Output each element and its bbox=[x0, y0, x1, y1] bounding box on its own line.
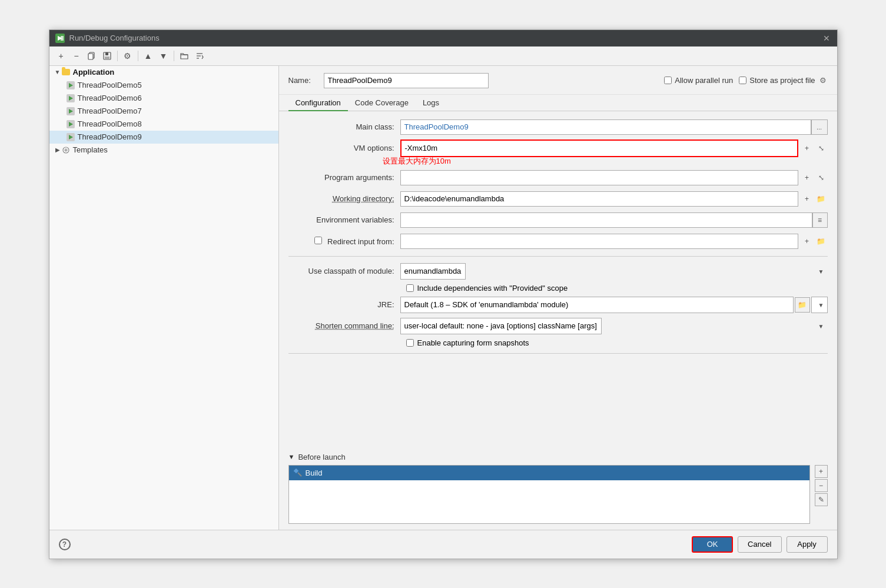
main-content: ▼ Application ThreadPoolDemo5 bbox=[49, 66, 837, 530]
remove-config-button[interactable]: − bbox=[69, 49, 84, 63]
run-config-icon bbox=[66, 119, 75, 129]
jre-input[interactable] bbox=[400, 297, 794, 313]
allow-parallel-label: Allow parallel run bbox=[675, 76, 733, 85]
launch-item-build[interactable]: Build bbox=[289, 466, 809, 480]
config-form: Main class: ... VM options: 设置最大内存为10m +… bbox=[279, 111, 837, 453]
working-dir-input[interactable] bbox=[400, 191, 798, 207]
redirect-actions: + 📁 bbox=[801, 235, 828, 248]
enable-snapshots-checkbox[interactable] bbox=[406, 339, 414, 347]
tree-item-demo9[interactable]: ThreadPoolDemo9 bbox=[49, 131, 278, 144]
vm-add-button[interactable]: + bbox=[801, 142, 814, 155]
help-button[interactable]: ? bbox=[59, 539, 71, 550]
shorten-cmd-select[interactable]: user-local default: none - java [options… bbox=[400, 318, 602, 334]
divider1 bbox=[288, 256, 828, 257]
jre-row: JRE: 📁 bbox=[288, 296, 828, 314]
jre-dropdown[interactable] bbox=[811, 297, 828, 313]
main-class-browse-button[interactable]: ... bbox=[811, 119, 828, 135]
app-icon bbox=[55, 34, 65, 43]
launch-side-buttons: + − ✎ bbox=[815, 465, 828, 524]
tab-code-coverage[interactable]: Code Coverage bbox=[348, 95, 416, 111]
before-launch-label: Before launch bbox=[298, 453, 345, 461]
move-down-button[interactable]: ▼ bbox=[157, 49, 171, 63]
svg-line-24 bbox=[298, 473, 301, 476]
move-up-button[interactable]: ▲ bbox=[141, 49, 155, 63]
before-launch-list: Build bbox=[288, 465, 810, 524]
run-config-icon bbox=[66, 94, 75, 103]
tree-item-demo7[interactable]: ThreadPoolDemo7 bbox=[49, 105, 278, 118]
env-vars-edit-button[interactable]: ≡ bbox=[812, 212, 828, 228]
templates-arrow: ▶ bbox=[54, 147, 61, 153]
redirect-checkbox[interactable] bbox=[314, 237, 322, 244]
application-arrow: ▼ bbox=[54, 69, 61, 75]
cancel-button[interactable]: Cancel bbox=[738, 536, 781, 553]
title-bar: Run/Debug Configurations ✕ bbox=[49, 30, 837, 46]
vm-options-actions: + ⤡ bbox=[801, 142, 828, 155]
before-launch-header: ▼ Before launch bbox=[288, 453, 828, 461]
main-class-row: Main class: ... bbox=[288, 118, 828, 136]
tabs-row: Configuration Code Coverage Logs bbox=[279, 95, 837, 111]
tree-templates-group[interactable]: ▶ Templates bbox=[49, 144, 278, 157]
copy-config-button[interactable] bbox=[85, 49, 99, 63]
redirect-input[interactable] bbox=[400, 234, 798, 249]
jre-label: JRE: bbox=[288, 300, 400, 309]
shorten-cmd-row: Shorten command line: user-local default… bbox=[288, 317, 828, 335]
program-args-input[interactable] bbox=[400, 170, 798, 185]
redirect-row: Redirect input from: + 📁 bbox=[288, 232, 828, 250]
jre-browse-button[interactable]: 📁 bbox=[795, 297, 810, 313]
add-config-button[interactable]: + bbox=[54, 49, 68, 63]
program-args-row: Program arguments: + ⤡ bbox=[288, 169, 828, 187]
tree-item-demo7-label: ThreadPoolDemo7 bbox=[78, 107, 142, 115]
allow-parallel-checkbox[interactable] bbox=[664, 77, 672, 84]
folder-icon bbox=[61, 68, 71, 77]
before-launch-edit-button[interactable]: ✎ bbox=[815, 493, 828, 506]
classpath-module-label: Use classpath of module: bbox=[288, 267, 400, 275]
program-args-actions: + ⤡ bbox=[801, 171, 828, 184]
tree-item-demo6[interactable]: ThreadPoolDemo6 bbox=[49, 92, 278, 105]
right-panel: Name: Allow parallel run Store as projec… bbox=[279, 66, 837, 530]
vm-options-box bbox=[400, 139, 798, 157]
before-launch-content: Build + − ✎ bbox=[288, 465, 828, 524]
close-button[interactable]: ✕ bbox=[822, 34, 831, 43]
redirect-add-button[interactable]: + bbox=[801, 235, 814, 248]
before-launch-add-button[interactable]: + bbox=[815, 465, 828, 478]
svg-rect-6 bbox=[105, 57, 109, 59]
working-dir-actions: + 📁 bbox=[801, 192, 828, 205]
wrench-button[interactable]: ⚙ bbox=[121, 49, 135, 63]
application-label: Application bbox=[73, 68, 115, 77]
before-launch-arrow[interactable]: ▼ bbox=[288, 453, 295, 460]
env-vars-input[interactable] bbox=[400, 212, 812, 228]
classpath-module-select[interactable]: enumandlambda bbox=[400, 263, 466, 280]
working-dir-browse-button[interactable]: 📁 bbox=[815, 192, 828, 205]
save-config-button[interactable] bbox=[100, 49, 114, 63]
store-project-label: Store as project file bbox=[749, 76, 815, 85]
store-project-checkbox[interactable] bbox=[739, 77, 746, 84]
tree-application-group[interactable]: ▼ Application bbox=[49, 66, 278, 79]
tab-logs[interactable]: Logs bbox=[416, 95, 446, 111]
toolbar: + − ⚙ ▲ ▼ bbox=[49, 46, 837, 66]
move-to-folder-button[interactable] bbox=[177, 49, 191, 63]
vm-expand-button[interactable]: ⤡ bbox=[815, 142, 828, 155]
args-expand-button[interactable]: ⤡ bbox=[815, 171, 828, 184]
working-dir-add-button[interactable]: + bbox=[801, 192, 814, 205]
store-project-option: Store as project file ⚙ bbox=[739, 76, 827, 85]
tree-item-demo6-label: ThreadPoolDemo6 bbox=[78, 94, 142, 102]
gear-icon[interactable]: ⚙ bbox=[818, 76, 828, 85]
env-vars-row: Environment variables: ≡ bbox=[288, 211, 828, 229]
vm-options-input[interactable] bbox=[401, 141, 797, 156]
args-add-button[interactable]: + bbox=[801, 171, 814, 184]
include-deps-checkbox[interactable] bbox=[406, 284, 414, 292]
jre-dropdown-wrapper bbox=[811, 297, 828, 313]
tree-item-demo8[interactable]: ThreadPoolDemo8 bbox=[49, 118, 278, 131]
tab-configuration[interactable]: Configuration bbox=[288, 95, 348, 111]
main-class-input[interactable] bbox=[400, 119, 811, 135]
before-launch-remove-button[interactable]: − bbox=[815, 479, 828, 492]
include-deps-row: Include dependencies with "Provided" sco… bbox=[288, 284, 828, 293]
vm-options-label: VM options: bbox=[288, 144, 400, 152]
ok-button[interactable]: OK bbox=[692, 536, 733, 553]
apply-button[interactable]: Apply bbox=[787, 536, 828, 553]
sort-button[interactable] bbox=[193, 49, 207, 63]
redirect-browse-button[interactable]: 📁 bbox=[815, 235, 828, 248]
name-input[interactable] bbox=[324, 73, 489, 88]
tree-item-demo5[interactable]: ThreadPoolDemo5 bbox=[49, 79, 278, 92]
enable-snapshots-row: Enable capturing form snapshots bbox=[288, 338, 828, 347]
